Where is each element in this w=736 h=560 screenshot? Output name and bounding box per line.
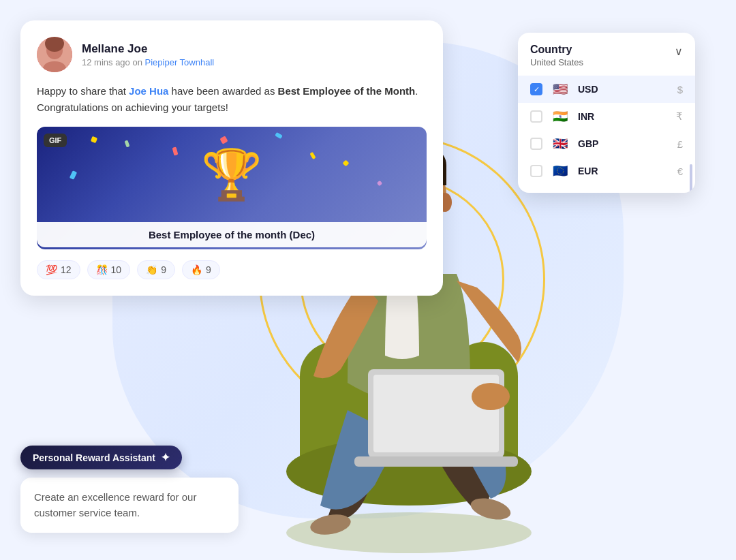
reaction-count-0: 12 xyxy=(61,264,72,275)
flag-eu: 🇪🇺 xyxy=(551,164,570,178)
assistant-card: Personal Reward Assistant ✦ Create an ex… xyxy=(20,446,239,533)
reaction-count-1: 10 xyxy=(111,264,122,275)
country-label: Country xyxy=(530,44,583,56)
reaction-emoji-2: 👏 xyxy=(146,264,157,275)
trophy-inner: GIF 🏆 xyxy=(37,127,427,222)
currency-item-inr[interactable]: 🇮🇳 INR ₹ xyxy=(518,103,695,130)
gif-badge: GIF xyxy=(44,134,67,147)
reaction-pill-2[interactable]: 👏 9 xyxy=(137,260,175,279)
country-header: Country United States ∨ xyxy=(518,33,695,73)
post-card: Mellane Joe 12 mins ago on Piepiper Town… xyxy=(20,20,443,296)
currency-item-eur[interactable]: 🇪🇺 EUR € xyxy=(518,157,695,185)
currency-symbol-gbp: £ xyxy=(677,138,683,150)
post-body-text: Happy to share that Joe Hua have been aw… xyxy=(37,83,427,116)
post-header: Mellane Joe 12 mins ago on Piepiper Town… xyxy=(37,37,427,72)
svg-point-10 xyxy=(472,383,510,410)
trophy-emoji: 🏆 xyxy=(201,146,262,204)
reactions-row: 💯 12 🎊 10 👏 9 🔥 9 xyxy=(37,260,427,279)
currency-symbol-inr: ₹ xyxy=(676,110,683,123)
time-text: 12 mins ago on xyxy=(82,57,145,67)
reaction-count-3: 9 xyxy=(206,264,211,275)
currency-item-gbp[interactable]: 🇬🇧 GBP £ xyxy=(518,130,695,157)
country-value: United States xyxy=(530,57,583,67)
post-author-info: Mellane Joe 12 mins ago on Piepiper Town… xyxy=(82,42,214,67)
scrollbar xyxy=(690,164,692,193)
currency-item-usd[interactable]: ✓ 🇺🇸 USD $ xyxy=(518,76,695,103)
reaction-count-2: 9 xyxy=(161,264,166,275)
assistant-label: Personal Reward Assistant xyxy=(33,452,155,463)
reaction-emoji-0: 💯 xyxy=(46,264,57,275)
avatar xyxy=(37,37,72,72)
currency-code-eur: EUR xyxy=(578,166,669,176)
reaction-pill-1[interactable]: 🎊 10 xyxy=(87,260,131,279)
reaction-emoji-3: 🔥 xyxy=(191,264,202,275)
flag-gb: 🇬🇧 xyxy=(551,137,570,151)
flag-in: 🇮🇳 xyxy=(551,110,570,123)
checkbox-usd[interactable]: ✓ xyxy=(530,83,542,95)
post-bold-text: Best Employee of the Month xyxy=(278,85,416,97)
currency-code-usd: USD xyxy=(578,84,669,95)
country-info: Country United States xyxy=(530,44,583,67)
post-meta: 12 mins ago on Piepiper Townhall xyxy=(82,57,214,67)
currency-list: ✓ 🇺🇸 USD $ 🇮🇳 INR ₹ 🇬🇧 GBP £ 🇪🇺 EUR € xyxy=(518,73,695,193)
checkbox-eur[interactable] xyxy=(530,165,542,177)
assistant-badge: Personal Reward Assistant ✦ xyxy=(20,446,182,469)
chevron-down-icon[interactable]: ∨ xyxy=(675,45,683,58)
flag-us: 🇺🇸 xyxy=(551,82,570,96)
currency-code-gbp: GBP xyxy=(578,138,669,149)
checkbox-inr[interactable] xyxy=(530,110,542,123)
svg-rect-9 xyxy=(354,456,518,467)
trophy-image-container: GIF 🏆 Best Employee of the month (Dec) xyxy=(37,127,427,249)
currency-code-inr: INR xyxy=(578,111,668,122)
post-text-middle: have been awarded as xyxy=(168,85,277,97)
post-text-before: Happy to share that xyxy=(37,85,129,97)
post-highlight-name: Joe Hua xyxy=(129,85,168,97)
platform-link[interactable]: Piepiper Townhall xyxy=(145,57,215,67)
checkbox-gbp[interactable] xyxy=(530,138,542,150)
reaction-pill-3[interactable]: 🔥 9 xyxy=(182,260,220,279)
sparkle-icon: ✦ xyxy=(161,451,170,464)
author-name: Mellane Joe xyxy=(82,42,214,56)
country-dropdown-card[interactable]: Country United States ∨ ✓ 🇺🇸 USD $ 🇮🇳 IN… xyxy=(518,33,695,193)
currency-symbol-usd: $ xyxy=(677,84,683,95)
currency-symbol-eur: € xyxy=(677,166,683,177)
reaction-emoji-1: 🎊 xyxy=(96,264,108,275)
reaction-pill-0[interactable]: 💯 12 xyxy=(37,260,80,279)
assistant-input-text[interactable]: Create an excellence reward for our cust… xyxy=(20,478,239,533)
